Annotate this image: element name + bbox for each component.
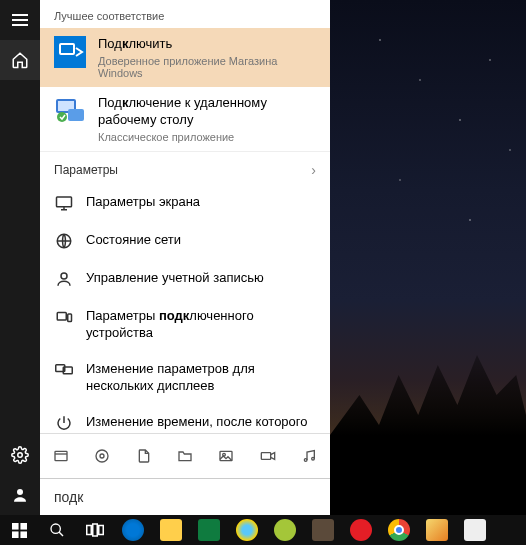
taskbar-app-edge[interactable] [114, 515, 152, 545]
filter-documents[interactable] [123, 438, 164, 474]
param-multi-display[interactable]: Изменение параметров для нескольких дисп… [40, 351, 330, 404]
power-icon [54, 413, 74, 433]
connect-app-icon [54, 36, 86, 68]
param-label: Параметры экрана [86, 193, 316, 211]
music-icon [301, 448, 317, 464]
user-icon [11, 486, 29, 504]
taskbar-app-ie[interactable] [228, 515, 266, 545]
svg-rect-30 [87, 526, 92, 535]
apps-icon [53, 448, 69, 464]
result-connect-app[interactable]: Подключить Доверенное приложение Магазин… [40, 28, 330, 87]
result-rdp-app[interactable]: Подключение к удаленному рабочему столу … [40, 87, 330, 151]
svg-rect-25 [12, 523, 19, 530]
gear-small-icon [94, 448, 110, 464]
search-query-display[interactable]: подк [40, 478, 330, 515]
svg-point-19 [96, 450, 108, 462]
svg-rect-31 [93, 524, 98, 536]
task-view-button[interactable] [76, 515, 114, 545]
home-icon [11, 51, 29, 69]
start-left-rail [0, 0, 40, 515]
video-icon [260, 448, 276, 464]
filter-music[interactable] [289, 438, 330, 474]
best-match-header: Лучшее соответствие [40, 0, 330, 28]
svg-rect-17 [55, 451, 67, 460]
taskbar-search-button[interactable] [38, 515, 76, 545]
result-sub: Классическое приложение [98, 131, 316, 143]
svg-rect-8 [57, 197, 72, 207]
svg-rect-27 [12, 531, 19, 538]
svg-rect-12 [68, 314, 72, 322]
gear-icon [11, 446, 29, 464]
param-label: Состояние сети [86, 231, 316, 249]
taskbar-app-paint[interactable] [418, 515, 456, 545]
svg-rect-22 [261, 453, 270, 460]
param-display-settings[interactable]: Параметры экрана [40, 184, 330, 222]
globe-icon [54, 231, 74, 251]
svg-rect-26 [20, 523, 27, 530]
document-icon [136, 448, 152, 464]
task-view-icon [86, 523, 104, 537]
params-header-label: Параметры [54, 163, 118, 177]
taskbar-app-opera[interactable] [342, 515, 380, 545]
photo-icon [218, 448, 234, 464]
folder-icon [177, 448, 193, 464]
search-query-text: подк [54, 489, 83, 505]
search-results-panel: Лучшее соответствие Подключить Доверенно… [40, 0, 330, 515]
taskbar-app-chrome[interactable] [380, 515, 418, 545]
taskbar-app-calculator[interactable] [456, 515, 494, 545]
chevron-right-icon: › [311, 162, 316, 178]
filter-apps[interactable] [40, 438, 81, 474]
svg-point-24 [312, 457, 315, 460]
svg-point-23 [305, 459, 308, 462]
filter-photos[interactable] [206, 438, 247, 474]
svg-rect-32 [99, 526, 104, 535]
settings-rail-button[interactable] [0, 435, 40, 475]
hamburger-button[interactable] [0, 0, 40, 40]
svg-rect-7 [68, 109, 84, 121]
filter-bar [40, 433, 330, 478]
svg-rect-11 [57, 312, 66, 320]
result-title: Подключить [98, 36, 316, 53]
rdp-app-icon [54, 95, 86, 127]
param-label: Управление учетной записью [86, 269, 316, 287]
param-time-network[interactable]: Изменение времени, после которого подклю… [40, 404, 330, 433]
result-sub: Доверенное приложение Магазина Windows [98, 55, 316, 79]
monitor-icon [54, 193, 74, 213]
param-network-status[interactable]: Состояние сети [40, 222, 330, 260]
hamburger-icon [12, 14, 28, 26]
user-small-icon [54, 269, 74, 289]
param-label: Изменение времени, после которого подклю… [86, 413, 316, 433]
multi-monitor-icon [54, 360, 74, 380]
filter-settings[interactable] [81, 438, 122, 474]
param-label: Параметры подключенного устройства [86, 307, 316, 342]
svg-point-18 [100, 454, 104, 458]
user-rail-button[interactable] [0, 475, 40, 515]
filter-folders[interactable] [164, 438, 205, 474]
params-section-header[interactable]: Параметры › [40, 151, 330, 184]
svg-point-10 [61, 273, 67, 279]
taskbar [0, 515, 526, 545]
svg-point-0 [18, 453, 23, 458]
device-icon [54, 307, 74, 327]
search-icon [49, 522, 65, 538]
svg-point-29 [51, 524, 60, 533]
start-button[interactable] [0, 515, 38, 545]
param-account-mgmt[interactable]: Управление учетной записью [40, 260, 330, 298]
windows-logo-icon [12, 523, 27, 538]
result-title: Подключение к удаленному рабочему столу [98, 95, 316, 129]
home-button[interactable] [0, 40, 40, 80]
taskbar-app-gimp[interactable] [304, 515, 342, 545]
svg-point-1 [17, 489, 23, 495]
taskbar-app-android[interactable] [266, 515, 304, 545]
filter-videos[interactable] [247, 438, 288, 474]
param-label: Изменение параметров для нескольких дисп… [86, 360, 316, 395]
taskbar-app-explorer[interactable] [152, 515, 190, 545]
svg-rect-28 [20, 531, 27, 538]
param-connected-device[interactable]: Параметры подключенного устройства [40, 298, 330, 351]
taskbar-app-store[interactable] [190, 515, 228, 545]
svg-point-6 [57, 112, 67, 122]
